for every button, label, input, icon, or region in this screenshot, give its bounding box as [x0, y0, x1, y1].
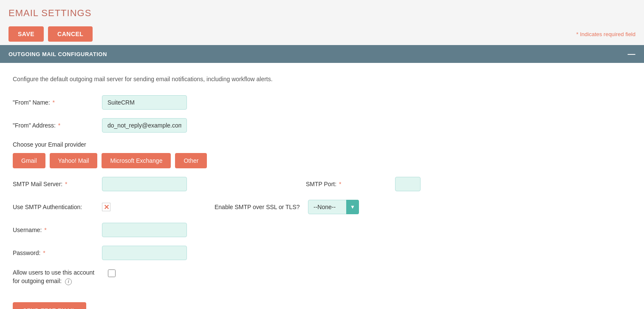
smtp-port-required: * [337, 181, 341, 187]
provider-other-button[interactable]: Other [175, 153, 207, 168]
from-address-row: "From" Address: * [13, 118, 631, 133]
enable-ssl-label: Enable SMTP over SSL or TLS? [215, 204, 308, 210]
email-provider-section: Choose your Email provider Gmail Yahoo! … [13, 141, 631, 168]
allow-users-label-group: Allow users to use this account for outg… [13, 269, 102, 285]
smtp-port-label: SMTP Port: * [306, 181, 395, 187]
allow-users-checkbox-wrapper [108, 269, 116, 278]
ssl-group: Enable SMTP over SSL or TLS? --None-- SS… [215, 200, 359, 214]
username-row: Username: * [13, 223, 631, 237]
smtp-server-row: SMTP Mail Server: * SMTP Port: * [13, 177, 631, 191]
from-name-label: "From" Name: * [13, 99, 102, 106]
username-input[interactable] [102, 223, 187, 237]
from-address-required: * [56, 122, 60, 129]
from-name-row: "From" Name: * [13, 95, 631, 110]
collapse-icon[interactable]: — [628, 50, 636, 58]
provider-exchange-button[interactable]: Microsoft Exchange [102, 153, 171, 168]
smtp-auth-checkbox-mark: ✕ [104, 203, 109, 211]
password-label: Password: * [13, 249, 102, 256]
allow-users-row: Allow users to use this account for outg… [13, 269, 631, 285]
smtp-port-group: SMTP Port: * [306, 177, 442, 191]
password-input[interactable] [102, 246, 187, 260]
section-body: Configure the default outgoing mail serv… [0, 63, 644, 309]
page-title: EMAIL SETTINGS [0, 0, 644, 23]
smtp-auth-checkbox[interactable]: ✕ [102, 203, 110, 211]
password-required: * [41, 249, 45, 256]
password-row: Password: * [13, 246, 631, 260]
toolbar: SAVE CANCEL * Indicates required field [0, 23, 644, 45]
use-smtp-auth-label: Use SMTP Authentication: [13, 204, 102, 210]
smtp-auth-row: Use SMTP Authentication: ✕ Enable SMTP o… [13, 200, 631, 214]
smtp-server-required: * [63, 181, 67, 187]
required-note: * Indicates required field [576, 31, 636, 37]
section-description: Configure the default outgoing mail serv… [13, 76, 631, 82]
smtp-server-input[interactable] [102, 177, 187, 191]
ssl-select-wrapper: --None-- SSL TLS ▼ [308, 200, 359, 214]
from-name-input[interactable] [102, 95, 187, 110]
from-name-required: * [51, 99, 55, 106]
save-button[interactable]: SAVE [8, 26, 44, 42]
allow-users-label: Allow users to use this account for outg… [13, 269, 102, 285]
section-header: OUTGOING MAIL CONFIGURATION — [0, 45, 644, 63]
from-address-input[interactable] [102, 118, 187, 133]
info-icon[interactable]: i [65, 278, 72, 285]
smtp-server-label: SMTP Mail Server: * [13, 181, 102, 187]
toolbar-left: SAVE CANCEL [8, 26, 93, 42]
smtp-port-input[interactable] [395, 177, 421, 191]
section-header-title: OUTGOING MAIL CONFIGURATION [8, 51, 107, 57]
provider-gmail-button[interactable]: Gmail [13, 153, 45, 168]
username-label: Username: * [13, 227, 102, 233]
ssl-select[interactable]: --None-- SSL TLS [308, 200, 359, 214]
cancel-button[interactable]: CANCEL [48, 26, 93, 42]
provider-buttons: Gmail Yahoo! Mail Microsoft Exchange Oth… [13, 153, 631, 168]
allow-users-checkbox[interactable] [108, 269, 116, 277]
choose-provider-label: Choose your Email provider [13, 141, 631, 148]
provider-yahoo-button[interactable]: Yahoo! Mail [50, 153, 98, 168]
send-test-email-button[interactable]: SEND TEST EMAIL [13, 302, 86, 309]
username-required: * [42, 227, 46, 233]
from-address-label: "From" Address: * [13, 122, 102, 129]
